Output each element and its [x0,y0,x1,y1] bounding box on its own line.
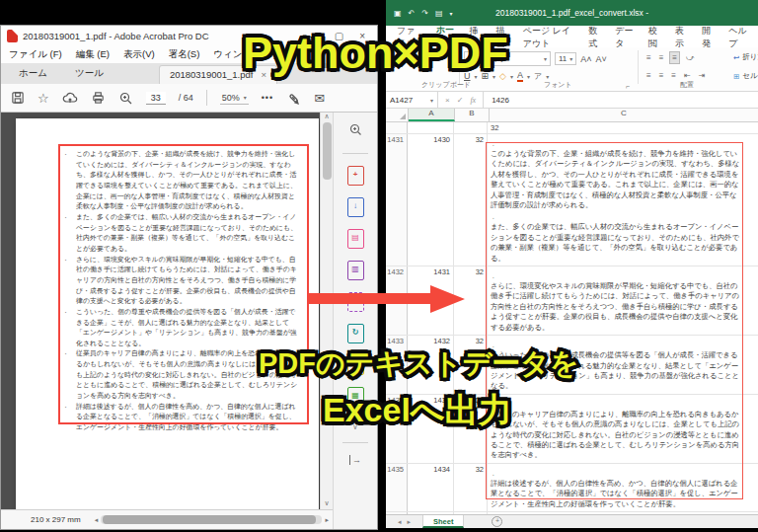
decrease-font-icon[interactable]: A˅ [596,54,607,64]
column-header-c[interactable]: C [490,109,758,121]
scroll-down-icon[interactable]: ∨ [324,499,329,507]
increase-font-icon[interactable]: A˄ [580,54,591,64]
tab-home[interactable]: ホーム [7,64,59,84]
star-icon[interactable]: ☆ [38,91,49,106]
align-middle-icon[interactable]: ≡ [657,52,666,63]
scrollbar-thumb[interactable] [323,122,332,180]
zoom-level-select[interactable]: 50% ▾ [220,92,249,105]
expand-panel-icon[interactable]: → [349,455,361,465]
row-header[interactable]: 1431 [386,134,408,266]
undo-icon[interactable]: ↶ [409,9,416,18]
row-header[interactable]: 1436 [386,512,408,514]
cell-b[interactable]: 32 [454,134,488,266]
font-dialog-launcher-icon[interactable]: ⌐ [626,83,630,90]
bullet-marker: ・ [63,402,76,433]
menu-sign[interactable]: 署名(S) [169,48,200,61]
merge-center-button[interactable]: ⊞ セルを結合して [733,71,758,81]
column-header-b[interactable]: B [455,109,490,121]
name-box[interactable]: A1427 ▾ [386,92,437,108]
vertical-scrollbar[interactable]: ∧ ∨ [320,113,333,529]
hscroll-thumb[interactable] [103,515,315,524]
menu-edit[interactable]: 編集 (E) [76,48,110,61]
page-total-label: / 64 [179,93,193,103]
select-all-corner[interactable] [386,109,409,121]
organize-pages-icon[interactable]: ▤ [347,229,364,249]
cell-c[interactable]: ・さらに、環境変化やスキルの賞味期限が早期化・短縮化する中でも、自社の働き手に活… [488,266,758,335]
cell-a[interactable]: 1435 [408,512,454,514]
sheet-nav-left-icon[interactable]: ◂ [398,518,408,525]
cell-b[interactable]: 32 [454,512,488,514]
cell-c[interactable]: 33 [488,512,758,514]
panel-divider [342,153,368,154]
edit-pdf-icon[interactable]: ▥ [347,261,364,280]
overlay-caption-line1: PDFのテキストデータを [259,344,578,384]
horizontal-scrollbar[interactable]: ◂ ▸ [95,515,329,524]
menu-file[interactable]: ファイル (F) [9,48,62,61]
cell-a[interactable]: 1434 [408,464,454,511]
screenshot-canvas: { "bullet_marker": "・", "paragraphs": [ … [0,0,758,532]
scroll-left-icon[interactable]: ◂ [95,516,99,524]
cloud-upload-icon[interactable] [62,91,78,105]
link-icon[interactable] [286,91,301,106]
sheet-tab[interactable]: Sheet [422,515,464,528]
add-sheet-icon[interactable]: + [492,516,502,527]
row-header[interactable] [386,122,408,133]
cell-a[interactable]: 1430 [408,134,454,266]
search-icon[interactable] [118,91,133,106]
formula-bar: A1427 ▾ × ✓ fx 1426 [386,92,758,109]
cell-c[interactable]: ・従業員のキャリア自律の高まりにより、離職率の向上を恐れる向きもあるかもしれない… [488,395,758,463]
namebox-caret-icon[interactable]: ▾ [430,97,433,104]
align-bottom-icon[interactable]: ≡ [669,51,680,64]
cell-c[interactable]: 32 [488,122,758,133]
cell-b[interactable] [454,122,488,133]
cell-c[interactable]: ・このような背景の下、企業・組織が成長を続け、競争力を維持・強化していくためには… [488,134,758,266]
hscroll-track[interactable] [101,515,322,524]
print-icon[interactable] [91,91,106,105]
save-icon[interactable]: ▣ [394,9,402,18]
page-number-input[interactable]: 33 [146,92,166,105]
save-icon[interactable] [11,91,25,105]
excel-window-title: 20180319001_1.pdf_excel_convert.xlsx - [495,8,648,18]
increase-indent-icon[interactable]: ⇥ [697,70,708,81]
mail-icon[interactable]: ✉ [314,91,325,106]
cancel-entry-icon[interactable]: × [445,96,450,105]
font-color-icon[interactable]: A [517,70,523,82]
scroll-right-icon[interactable]: ▸ [325,516,329,524]
scroll-up-icon[interactable]: ∧ [324,113,329,120]
cell-a[interactable] [408,122,454,133]
phonetic-guide-icon[interactable]: ア [534,71,542,82]
more-tools-icon[interactable]: ••• [262,93,273,103]
column-headers: A B C [386,109,758,122]
toolbar-divider [206,90,207,106]
cell-b[interactable]: 32 [454,464,488,511]
row-header[interactable]: 1435 [386,464,408,511]
font-size-select[interactable]: 11▾ [555,52,576,65]
sheet-nav-right-icon[interactable]: ▸ [408,518,417,525]
excel-window: ▣ ↶ ↷ ▤ ▾ 20180319001_1.pdf_excel_conver… [386,0,758,528]
acrobat-document-area: ・このような背景の下、企業・組織が成長を続け、競争力を維持・強化していくためには… [1,113,377,529]
cell-c[interactable]: ・詳細は後述するが、個人の自律性を高め、かつ、自律的な個人に選ばれる企業となるこ… [488,464,758,511]
orientation-icon[interactable]: ⤻ [684,52,697,64]
tab-tools[interactable]: ツール [63,64,115,84]
align-right-icon[interactable]: ≡ [669,70,678,81]
align-top-icon[interactable]: ≡ [644,52,653,63]
convert-pdf-icon[interactable]: ↻ [347,324,364,343]
confirm-entry-icon[interactable]: ✓ [457,96,464,105]
align-left-icon[interactable]: ≡ [644,70,653,81]
align-center-icon[interactable]: ≡ [657,70,666,81]
pdf-paragraph-text: 詳細は後述するが、個人の自律性を高め、かつ、自律的な個人に選ばれる企業となること… [76,402,301,433]
export-pdf-icon[interactable]: ↓ [347,197,364,217]
menu-view[interactable]: 表示(V) [123,48,155,61]
create-pdf-icon[interactable]: + [347,166,364,186]
search-tools-icon[interactable] [348,122,363,141]
insert-function-icon[interactable]: fx [470,96,476,105]
touch-mode-icon[interactable]: ▤ [435,9,443,18]
sheet-row: 1435143432・詳細は後述するが、個人の自律性を高め、かつ、自律的な個人に… [386,464,758,512]
redo-icon[interactable]: ↷ [421,9,428,18]
qat-caret-icon[interactable]: ▾ [450,10,453,17]
column-header-a[interactable]: A [409,109,455,121]
pdf-bullet-item: ・詳細は後述するが、個人の自律性を高め、かつ、自律的な個人に選ばれる企業となるこ… [63,402,302,433]
wrap-text-button[interactable]: ↩ 折り返して全体 [733,52,758,62]
formula-value[interactable]: 1426 [483,92,758,108]
caret-down-icon: ▾ [244,94,247,101]
